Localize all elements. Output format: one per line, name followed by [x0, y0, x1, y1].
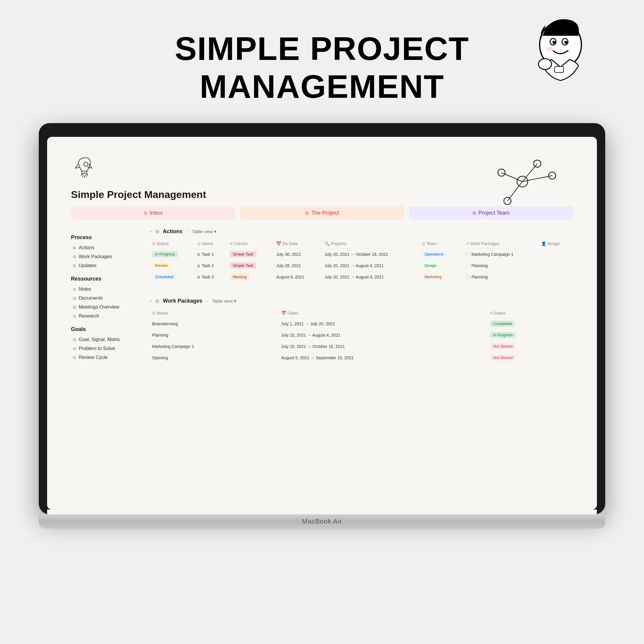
sidebar-item-meetings[interactable]: ⊙ Meetings Overview [71, 303, 137, 311]
sidebar-item-actions[interactable]: ⊙ Actions [71, 244, 137, 252]
wp-row3-name: Marketing Campaign 1 [148, 341, 278, 352]
row2-assign [538, 260, 573, 271]
wp-col-status: ≡Status [487, 308, 573, 318]
actions-table-icon: ≡ [186, 229, 188, 234]
tab-project-icon: ⊙ [305, 210, 309, 216]
row3-property: July 20, 2021 → August 4, 2021 [321, 271, 418, 283]
sidebar-item-notes[interactable]: ⊙ Notes [71, 285, 137, 293]
row2-column: Simple Task [226, 260, 273, 271]
wp-row2-dates: July 20, 2021 → August 4, 2021 [278, 329, 487, 341]
sidebar-item-work-packages[interactable]: ⊙ Work Packages [71, 253, 137, 261]
row1-date: July 30, 2021 [273, 249, 321, 260]
wp-row3-status: Not Started [487, 341, 573, 352]
row1-wp: 📄Marketing Campaign 1 [462, 249, 537, 260]
sidebar-section-ressources: Ressources [71, 276, 137, 282]
goal-icon: ⊙ [73, 337, 76, 342]
work-packages-table: ⊙Name 📅Dates ≡Status Brainstorming July … [148, 308, 573, 363]
wp-table-header-row: ⊙Name 📅Dates ≡Status [148, 308, 573, 318]
row3-column: Meeting [226, 271, 273, 283]
row2-team: Design [418, 260, 462, 271]
table-row[interactable]: Scheduled ⊙Task 3 Meeting August 6, 2021… [148, 271, 573, 283]
row1-assign [538, 249, 573, 260]
macbook-wrapper: Simple Project Management ⊙ Inbox ⊙ The … [39, 123, 605, 529]
sidebar-item-review[interactable]: ⊙ Review Cycle [71, 353, 137, 362]
meetings-icon: ⊙ [73, 305, 76, 309]
wp-row1-dates: July 1, 2021 → July 20, 2021 [278, 318, 487, 329]
main-content: ↗ ⊙ Actions ≡ Table view ▾ [148, 228, 573, 372]
table-row[interactable]: Marketing Campaign 1 July 20, 2021 → Oct… [148, 341, 573, 352]
tab-inbox-icon: ⊙ [143, 210, 147, 216]
macbook-screen: Simple Project Management ⊙ Inbox ⊙ The … [47, 137, 597, 510]
svg-point-5 [547, 47, 554, 52]
col-property: 🔍Property [321, 239, 418, 249]
row2-date: July 28, 2021 [273, 260, 321, 271]
sidebar-item-goal[interactable]: ⊙ Goal, Signal, Metric [71, 335, 137, 344]
wp-section-header: ↗ ⊙ Work Packages ≡ Table view ▾ [148, 298, 573, 304]
wp-view-toggle[interactable]: Table view ▾ [212, 298, 236, 304]
table-row[interactable]: In Progress ⊙Task 1 Simple Task July 30,… [148, 249, 573, 260]
sidebar-section-process: Process [71, 234, 137, 241]
svg-rect-6 [555, 66, 563, 72]
macbook-notch [295, 131, 349, 137]
col-do-date: 📅Do Date [273, 239, 321, 249]
top-section: SIMPLE PROJECT MANAGEMENT [0, 0, 644, 117]
table-row[interactable]: Opening August 5, 2021 → September 15, 2… [148, 352, 573, 363]
wp-row4-dates: August 5, 2021 → September 15, 2021 [278, 352, 487, 363]
svg-line-20 [85, 175, 86, 177]
row1-property: July 20, 2021 → October 16, 2021 [321, 249, 418, 260]
table-row[interactable]: Planning July 20, 2021 → August 4, 2021 … [148, 329, 573, 341]
col-team: ⊙Team [418, 239, 462, 249]
row3-team: Marketing [418, 271, 462, 283]
row1-status: In Progress [148, 249, 193, 260]
svg-point-7 [538, 59, 552, 69]
row2-name: ⊙Task 2 [193, 260, 226, 271]
col-name: ⊙Name [193, 239, 226, 249]
tab-inbox[interactable]: ⊙ Inbox [71, 206, 235, 219]
wp-row1-status: Completed [487, 318, 573, 329]
wp-row1-name: Brainstorming [148, 318, 278, 329]
row3-status: Scheduled [148, 271, 193, 283]
svg-point-3 [552, 41, 555, 44]
row2-property: July 20, 2021 → August 4, 2021 [321, 260, 418, 271]
wp-expand-icon[interactable]: ↗ [148, 299, 152, 303]
actions-table-header-row: ⊙Status ⊙Name ≡Column 📅Do Date 🔍Property… [148, 239, 573, 249]
chevron-down-icon: ▾ [234, 298, 236, 304]
actions-expand-icon[interactable]: ↗ [148, 229, 152, 234]
col-assign: 👤Assign [538, 239, 573, 249]
rocket-icon [71, 155, 95, 179]
macbook-bottom: MacBook Air [39, 514, 605, 529]
wp-row3-dates: July 20, 2021 → October 16, 2021 [278, 341, 487, 352]
svg-line-16 [507, 182, 522, 201]
macbook-label: MacBook Air [302, 518, 342, 525]
sidebar-item-problem[interactable]: ⊙ Problem to Solve [71, 344, 137, 353]
row1-name: ⊙Task 1 [193, 249, 226, 260]
row1-column: Simple Task [226, 249, 273, 260]
wp-row4-status: Not Started [487, 352, 573, 363]
actions-section-header: ↗ ⊙ Actions ≡ Table view ▾ [148, 228, 573, 235]
col-column: ≡Column [226, 239, 273, 249]
wp-title: Work Packages [163, 298, 202, 304]
work-packages-icon: ⊙ [73, 254, 76, 259]
screen-bottom-edge [47, 510, 597, 514]
sidebar-item-documents[interactable]: ⊙ Documents [71, 294, 137, 302]
sidebar: Process ⊙ Actions ⊙ Work Packages ⊙ Upda… [71, 228, 137, 372]
research-icon: ⊙ [73, 314, 76, 318]
main-layout: Process ⊙ Actions ⊙ Work Packages ⊙ Upda… [47, 228, 597, 372]
table-row[interactable]: Review ⊙Task 2 Simple Task July 28, 2021… [148, 260, 573, 271]
wp-table-icon: ≡ [206, 299, 208, 304]
col-status: ⊙Status [148, 239, 193, 249]
problem-icon: ⊙ [73, 346, 76, 351]
sidebar-item-research[interactable]: ⊙ Research [71, 312, 137, 320]
macbook-frame: Simple Project Management ⊙ Inbox ⊙ The … [39, 123, 605, 514]
notes-icon: ⊙ [73, 287, 76, 292]
svg-line-18 [82, 175, 83, 177]
sidebar-item-updates[interactable]: ⊙ Updates [71, 261, 137, 270]
tab-team-icon: ⊙ [472, 210, 476, 216]
wp-col-name: ⊙Name [148, 308, 278, 318]
actions-view-toggle[interactable]: Table view ▾ [192, 229, 216, 234]
actions-icon: ⊙ [73, 245, 76, 250]
table-row[interactable]: Brainstorming July 1, 2021 → July 20, 20… [148, 318, 573, 329]
tab-project[interactable]: ⊙ The Project [240, 206, 404, 219]
wp-col-dates: 📅Dates [278, 308, 487, 318]
wp-row2-name: Planning [148, 329, 278, 341]
